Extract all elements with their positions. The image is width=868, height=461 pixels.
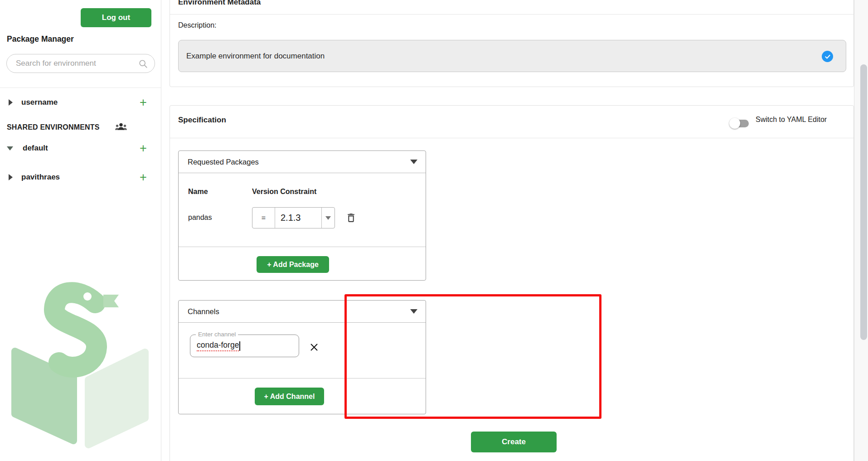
divider	[179, 247, 426, 247]
sidebar-item-username[interactable]: username +	[0, 95, 161, 110]
logout-button[interactable]: Log out	[81, 8, 151, 27]
accordion-title: Requested Packages	[188, 158, 259, 166]
caret-right-icon[interactable]	[9, 174, 13, 180]
add-channel-button[interactable]: + Add Channel	[255, 388, 324, 405]
app-title: Package Manager	[7, 34, 74, 44]
column-header-version: Version Constraint	[252, 188, 316, 196]
close-icon[interactable]	[309, 342, 319, 352]
tree-item-label[interactable]: default	[23, 144, 48, 153]
add-environment-icon[interactable]: +	[140, 97, 147, 109]
scrollbar-track[interactable]	[854, 0, 868, 461]
conda-store-logo	[5, 281, 150, 455]
add-environment-icon[interactable]: +	[140, 171, 147, 184]
package-manager-app: Log out Package Manager username + SHARE…	[0, 0, 868, 461]
toggle-thumb[interactable]	[729, 118, 740, 129]
column-header-name: Name	[188, 188, 208, 196]
tree-item-label[interactable]: pavithraes	[21, 173, 60, 182]
shared-environments-heading: SHARED ENVIRONMENTS	[0, 120, 161, 135]
add-environment-icon[interactable]: +	[140, 142, 147, 155]
add-package-button[interactable]: + Add Package	[257, 256, 329, 273]
version-dropdown-button[interactable]	[322, 208, 335, 228]
sidebar: Log out Package Manager username + SHARE…	[0, 0, 161, 461]
shared-environments-label: SHARED ENVIRONMENTS	[7, 123, 100, 131]
operator-select[interactable]: =	[252, 208, 275, 228]
delete-package-button[interactable]	[345, 212, 357, 223]
accordion-title: Channels	[188, 307, 219, 316]
description-value: Example environment for documentation	[186, 40, 325, 72]
divider	[179, 378, 426, 379]
channels-accordion: Channels Enter channel conda-forge + Add…	[178, 300, 426, 414]
version-input[interactable]: 2.1.3	[275, 208, 322, 228]
channel-input[interactable]: Enter channel conda-forge	[190, 335, 299, 357]
dropdown-caret-icon	[325, 216, 331, 220]
create-button[interactable]: Create	[471, 432, 557, 452]
environment-search[interactable]	[6, 54, 155, 73]
channel-input-value[interactable]: conda-forge	[197, 340, 239, 351]
chevron-down-icon[interactable]	[410, 160, 417, 164]
sidebar-item-default[interactable]: default +	[0, 141, 161, 155]
description-field[interactable]: Example environment for documentation	[178, 40, 846, 72]
package-name: pandas	[188, 214, 212, 222]
description-label: Description:	[178, 21, 216, 29]
scrollbar-thumb[interactable]	[860, 64, 867, 340]
yaml-editor-toggle[interactable]	[730, 120, 749, 127]
specification-section-title: Specification	[178, 116, 226, 125]
caret-down-icon[interactable]	[7, 146, 13, 150]
sidebar-item-pavithraes[interactable]: pavithraes +	[0, 170, 161, 184]
divider	[170, 14, 853, 15]
chevron-down-icon[interactable]	[410, 309, 417, 314]
text-cursor	[239, 341, 240, 351]
sidebar-divider	[0, 87, 161, 88]
specification-card: Specification Switch to YAML Editor Requ…	[170, 105, 854, 461]
environment-metadata-card: Environment Metadata Description: Exampl…	[170, 0, 854, 87]
caret-right-icon[interactable]	[9, 99, 13, 106]
divider	[170, 138, 853, 138]
search-input[interactable]	[16, 54, 138, 73]
requested-packages-header[interactable]: Requested Packages	[179, 151, 426, 173]
yaml-toggle-label: Switch to YAML Editor	[756, 116, 827, 124]
groups-icon	[113, 120, 129, 137]
requested-packages-accordion: Requested Packages Name Version Constrai…	[178, 150, 426, 281]
tree-item-label[interactable]: username	[21, 98, 58, 107]
search-icon	[138, 59, 148, 71]
channels-header[interactable]: Channels	[179, 301, 426, 323]
checkmark-icon	[822, 51, 833, 62]
version-constraint-control: = 2.1.3	[252, 207, 335, 228]
metadata-section-title: Environment Metadata	[178, 0, 261, 7]
